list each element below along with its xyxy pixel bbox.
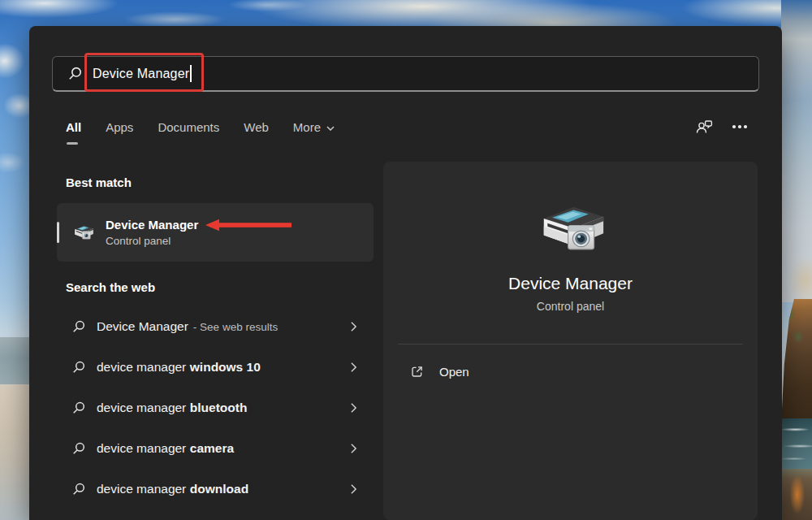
search-icon <box>72 483 85 496</box>
feedback-icon[interactable] <box>695 119 714 135</box>
best-match-subtitle: Control panel <box>106 235 198 247</box>
wallpaper-beach-right <box>781 469 812 520</box>
wallpaper-cliff <box>781 299 812 425</box>
tab-apps[interactable]: Apps <box>106 120 133 134</box>
chevron-down-icon <box>326 126 335 131</box>
chevron-right-icon <box>350 321 357 332</box>
web-suggestion-row[interactable]: device managerdownload <box>57 469 382 509</box>
web-search-heading: Search the web <box>66 280 155 294</box>
suggestion-text: device managerbluetooth <box>97 401 350 415</box>
tab-documents[interactable]: Documents <box>158 120 219 134</box>
suggestion-text: device managerwindows 10 <box>97 360 350 375</box>
suggestion-text: device managercamera <box>97 441 350 456</box>
best-match-title: Device Manager <box>106 218 198 232</box>
web-suggestions: Device Manager- See web results device m… <box>57 306 382 509</box>
chevron-right-icon <box>350 402 357 414</box>
search-box[interactable]: Device Manager <box>52 56 759 92</box>
search-icon <box>72 442 85 455</box>
search-input-value[interactable]: Device Manager <box>93 67 189 81</box>
wallpaper-beach-left <box>0 384 30 520</box>
search-icon <box>68 67 82 80</box>
tab-more[interactable]: More <box>293 120 335 134</box>
web-suggestion-row[interactable]: Device Manager- See web results <box>57 306 382 347</box>
preview-subtitle: Control panel <box>383 300 758 313</box>
best-match-text: Device Manager Control panel <box>106 218 198 247</box>
web-suggestion-row[interactable]: device managercamera <box>57 428 382 469</box>
search-icon <box>72 361 85 374</box>
web-suggestion-row[interactable]: device managerbluetooth <box>57 388 382 428</box>
annotation-arrow <box>205 219 292 232</box>
chevron-right-icon <box>350 443 357 454</box>
best-match-item[interactable]: Device Manager Control panel <box>57 203 374 262</box>
preview-pane: Device Manager Control panel Open <box>383 162 758 520</box>
open-external-icon <box>410 365 424 379</box>
web-suggestion-row[interactable]: device managerwindows 10 <box>57 347 382 388</box>
suggestion-text: device managerdownload <box>97 482 350 496</box>
selection-indicator <box>57 222 59 243</box>
best-match-heading: Best match <box>66 176 132 189</box>
preview-divider <box>398 344 743 344</box>
chevron-right-icon <box>350 483 357 495</box>
more-options-icon[interactable] <box>732 119 747 135</box>
desktop-screen: Device Manager All Apps Documents Web Mo… <box>0 0 812 520</box>
header-icons <box>695 119 747 135</box>
tab-all[interactable]: All <box>66 120 81 134</box>
tab-active-underline <box>67 142 78 145</box>
wallpaper-sky-right <box>781 0 812 302</box>
windows-search-panel: Device Manager All Apps Documents Web Mo… <box>29 26 782 520</box>
preview-title: Device Manager <box>383 274 758 293</box>
search-icon <box>72 401 85 414</box>
chevron-right-icon <box>350 362 357 373</box>
device-manager-icon <box>71 223 95 243</box>
filter-tabs: All Apps Documents Web More <box>66 120 335 134</box>
open-label: Open <box>439 365 469 379</box>
suggestion-text: Device Manager- See web results <box>97 319 350 334</box>
open-button[interactable]: Open <box>410 365 469 379</box>
text-caret <box>190 65 192 82</box>
search-icon <box>72 320 85 333</box>
wallpaper-sea-left <box>0 337 30 384</box>
wallpaper-clouds-left <box>0 24 29 203</box>
wallpaper-sea-right <box>781 418 812 469</box>
device-manager-icon-large <box>533 199 609 261</box>
tab-web[interactable]: Web <box>244 120 269 134</box>
